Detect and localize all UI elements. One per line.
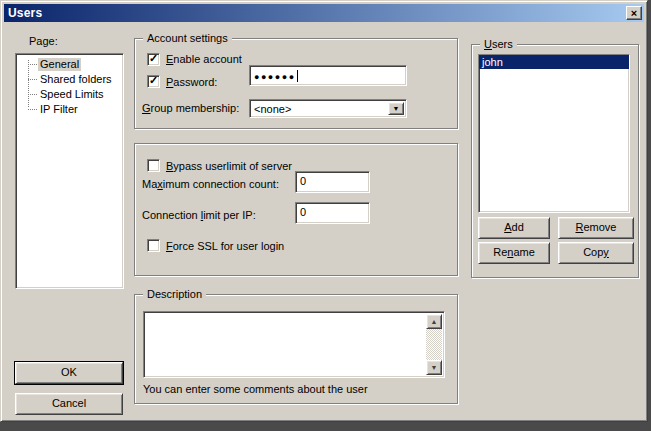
tree-line bbox=[28, 60, 29, 107]
checkmark-icon: ✓ bbox=[149, 52, 158, 65]
cancel-button[interactable]: Cancel bbox=[15, 393, 123, 415]
copy-button[interactable]: Copy bbox=[558, 242, 634, 264]
users-dialog: Users × Page: General Shared folders Spe… bbox=[0, 0, 648, 422]
bypass-userlimit-label: Bypass userlimit of server bbox=[166, 160, 292, 172]
password-input[interactable]: ●●●●●● bbox=[249, 65, 407, 86]
enable-account-checkbox[interactable]: ✓ bbox=[147, 53, 160, 66]
users-list[interactable]: john bbox=[478, 54, 630, 213]
scroll-down-icon[interactable]: ▼ bbox=[426, 360, 442, 375]
page-tree[interactable]: General Shared folders Speed Limits IP F… bbox=[15, 53, 124, 289]
password-value: ●●●●●● bbox=[254, 72, 296, 82]
add-button[interactable]: Add bbox=[478, 217, 550, 239]
chevron-down-icon[interactable]: ▼ bbox=[388, 102, 404, 115]
connection-per-ip-input[interactable]: 0 bbox=[295, 202, 370, 224]
users-caption: Users bbox=[480, 37, 517, 51]
page-label: Page: bbox=[29, 35, 58, 47]
account-settings-caption: Account settings bbox=[143, 31, 232, 45]
list-item-john[interactable]: john bbox=[479, 55, 629, 69]
max-connection-value: 0 bbox=[300, 175, 306, 187]
tree-item-shared-folders[interactable]: Shared folders bbox=[38, 72, 114, 86]
group-membership-label: Group membership: bbox=[142, 102, 239, 114]
password-label: Password: bbox=[166, 76, 217, 88]
account-settings-group: Account settings ✓ Enable account ✓ Pass… bbox=[134, 38, 458, 129]
checkmark-icon: ✓ bbox=[149, 74, 158, 87]
description-scrollbar[interactable]: ▲ ▼ bbox=[426, 314, 442, 375]
tree-item-speed-limits[interactable]: Speed Limits bbox=[38, 87, 106, 101]
ok-button[interactable]: OK bbox=[15, 362, 123, 384]
close-icon[interactable]: × bbox=[626, 6, 642, 20]
rename-button[interactable]: Rename bbox=[478, 242, 550, 264]
enable-account-label: Enable account bbox=[166, 53, 242, 65]
description-caption: Description bbox=[143, 287, 206, 301]
remove-button[interactable]: Remove bbox=[558, 217, 634, 239]
group-membership-select[interactable]: <none> ▼ bbox=[249, 99, 407, 118]
connection-per-ip-label: Connection limit per IP: bbox=[142, 209, 256, 221]
scroll-up-icon[interactable]: ▲ bbox=[426, 314, 442, 329]
title-bar[interactable]: Users × bbox=[4, 4, 644, 22]
max-connection-input[interactable]: 0 bbox=[295, 171, 370, 193]
tree-item-general[interactable]: General bbox=[38, 57, 81, 71]
password-checkbox[interactable]: ✓ bbox=[147, 75, 160, 88]
description-hint: You can enter some comments about the us… bbox=[143, 383, 368, 395]
text-caret bbox=[297, 70, 298, 82]
connection-per-ip-value: 0 bbox=[300, 206, 306, 218]
max-connection-label: Maximum connection count: bbox=[142, 178, 279, 190]
bypass-userlimit-checkbox[interactable] bbox=[147, 159, 160, 172]
tree-item-ip-filter[interactable]: IP Filter bbox=[38, 102, 80, 116]
description-textarea[interactable]: ▲ ▼ bbox=[143, 311, 445, 378]
users-group: Users john Add Remove Rename Copy bbox=[471, 44, 639, 278]
force-ssl-label: Force SSL for user login bbox=[166, 240, 284, 252]
window-title: Users bbox=[8, 6, 42, 20]
force-ssl-checkbox[interactable] bbox=[147, 239, 160, 252]
description-group: Description ▲ ▼ You can enter some comme… bbox=[134, 294, 458, 404]
limits-group: Bypass userlimit of server Maximum conne… bbox=[134, 143, 458, 276]
group-membership-value: <none> bbox=[254, 103, 291, 115]
